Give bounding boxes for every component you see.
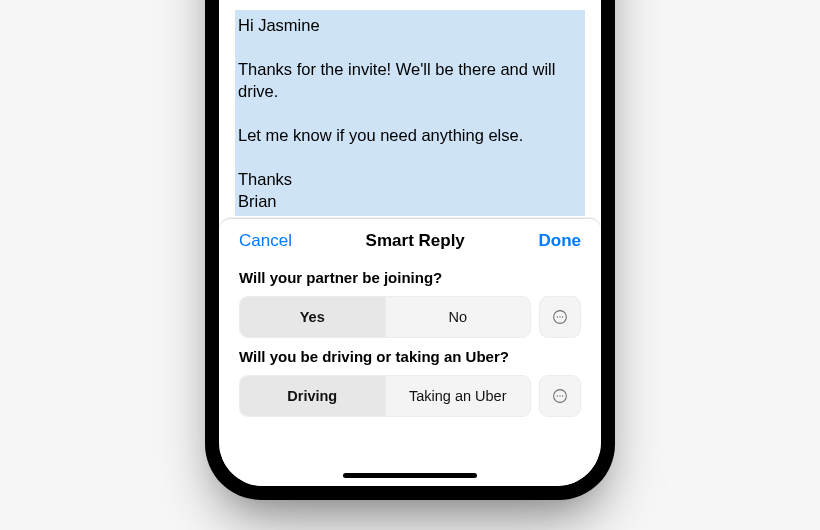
svg-point-2 bbox=[559, 316, 560, 317]
done-button[interactable]: Done bbox=[539, 231, 582, 251]
question-block-2: Will you be driving or taking an Uber? D… bbox=[219, 340, 601, 419]
svg-point-7 bbox=[562, 395, 563, 396]
phone-screen: Hi Jasmine Thanks for the invite! We'll … bbox=[219, 0, 601, 486]
svg-point-5 bbox=[557, 395, 558, 396]
ellipsis-icon bbox=[551, 308, 569, 326]
svg-point-1 bbox=[557, 316, 558, 317]
question-1-options: Yes No bbox=[239, 296, 531, 338]
screen-content: Hi Jasmine Thanks for the invite! We'll … bbox=[219, 0, 601, 486]
question-2-segment: Driving Taking an Uber bbox=[239, 375, 581, 417]
question-2-label: Will you be driving or taking an Uber? bbox=[239, 348, 581, 365]
compose-area: Hi Jasmine Thanks for the invite! We'll … bbox=[219, 0, 601, 218]
question-1-more-button[interactable] bbox=[539, 296, 581, 338]
home-indicator[interactable] bbox=[343, 473, 477, 478]
question-2-option-driving[interactable]: Driving bbox=[240, 376, 385, 416]
question-2-option-uber[interactable]: Taking an Uber bbox=[385, 376, 531, 416]
cancel-button[interactable]: Cancel bbox=[239, 231, 292, 251]
svg-point-6 bbox=[559, 395, 560, 396]
ellipsis-icon bbox=[551, 387, 569, 405]
stage: Hi Jasmine Thanks for the invite! We'll … bbox=[0, 0, 820, 530]
svg-point-3 bbox=[562, 316, 563, 317]
question-2-more-button[interactable] bbox=[539, 375, 581, 417]
compose-body-text[interactable]: Hi Jasmine Thanks for the invite! We'll … bbox=[235, 10, 585, 216]
question-block-1: Will your partner be joining? Yes No bbox=[219, 261, 601, 340]
phone-frame: Hi Jasmine Thanks for the invite! We'll … bbox=[205, 0, 615, 500]
question-2-options: Driving Taking an Uber bbox=[239, 375, 531, 417]
smart-reply-sheet: Cancel Smart Reply Done Will your partne… bbox=[219, 218, 601, 486]
question-1-option-no[interactable]: No bbox=[385, 297, 531, 337]
phone-inner: Hi Jasmine Thanks for the invite! We'll … bbox=[215, 0, 605, 490]
sheet-header: Cancel Smart Reply Done bbox=[219, 219, 601, 261]
sheet-title: Smart Reply bbox=[366, 231, 465, 251]
question-1-label: Will your partner be joining? bbox=[239, 269, 581, 286]
question-1-segment: Yes No bbox=[239, 296, 581, 338]
question-1-option-yes[interactable]: Yes bbox=[240, 297, 385, 337]
